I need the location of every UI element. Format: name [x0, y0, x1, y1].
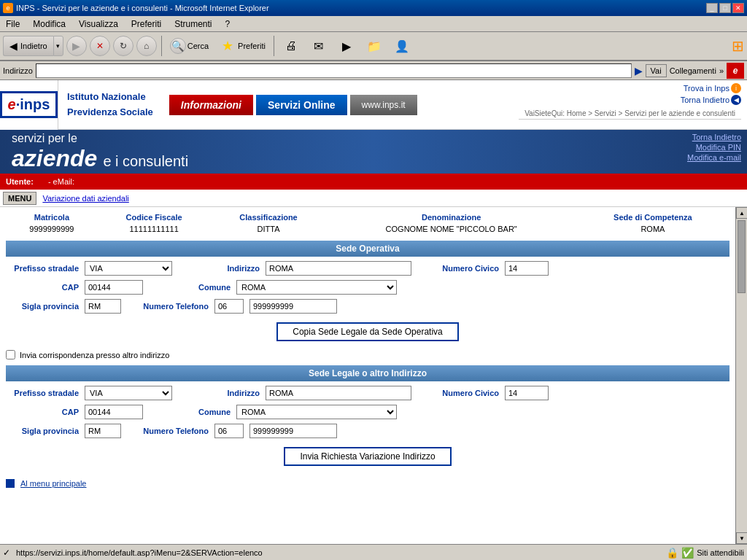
- address-input[interactable]: [36, 63, 632, 78]
- indirizzo-input-leg[interactable]: [266, 386, 411, 400]
- submit-button[interactable]: Invia Richiesta Variazione Indirizzo: [284, 447, 451, 466]
- numero-civico-label-leg: Numero Civico: [426, 389, 499, 397]
- back-circle-icon: ◀: [731, 95, 741, 105]
- minimize-button[interactable]: _: [706, 3, 718, 13]
- numero-civico-input-op[interactable]: [505, 261, 549, 276]
- toolbar: ◀ Indietro ▾ ▶ ✕ ↻ ⌂ 🔍 Cerca ★ Preferiti…: [0, 32, 747, 61]
- windows-logo: ⊞: [732, 37, 744, 55]
- links-dropdown[interactable]: »: [719, 66, 724, 75]
- telefono-input-op[interactable]: [249, 299, 337, 314]
- menu-principale-link[interactable]: Al menu principale: [20, 479, 87, 488]
- search-button[interactable]: 🔍 Cerca: [166, 34, 212, 58]
- go-button[interactable]: Vai: [646, 64, 667, 77]
- home-button[interactable]: ⌂: [136, 36, 157, 56]
- trova-label: Trova in Inps: [684, 84, 729, 93]
- prefisso-tel-input-leg[interactable]: [214, 424, 244, 438]
- stop-button[interactable]: ✕: [90, 36, 110, 56]
- restore-button[interactable]: □: [719, 3, 731, 13]
- service-title-large: aziende: [12, 145, 97, 172]
- val-codice-fiscale: 11111111111: [98, 223, 211, 235]
- submit-btn-row: Invia Richiesta Variazione Indirizzo: [6, 447, 729, 466]
- mail-button[interactable]: ✉: [306, 34, 331, 58]
- corrispondenza-checkbox[interactable]: [6, 350, 15, 359]
- comune-select-leg[interactable]: ROMA: [236, 405, 397, 419]
- sede-leg-row3: Sigla provincia Numero Telefono: [6, 424, 729, 438]
- sigla-input-leg[interactable]: [85, 424, 121, 438]
- breadcrumb-text: VaiSieteQui: Home > Servizi > Servizi pe…: [525, 109, 735, 117]
- sede-operativa-header: Sede Operativa: [6, 241, 729, 257]
- back-button-group[interactable]: ◀ Indietro ▾: [3, 34, 63, 58]
- service-torna-indietro-link[interactable]: Torna Indietro: [692, 133, 741, 141]
- indirizzo-input-op[interactable]: [266, 261, 411, 276]
- folder-button[interactable]: 📁: [362, 34, 387, 58]
- modifica-pin-link[interactable]: Modifica PIN: [696, 143, 741, 152]
- scroll-thumb[interactable]: [738, 220, 746, 293]
- menu-file[interactable]: File: [3, 18, 23, 31]
- prefisso-label-op: Prefisso stradale: [6, 264, 79, 273]
- links-label[interactable]: Collegamenti: [670, 66, 716, 75]
- trova-inps-link[interactable]: Trova in Inps i: [684, 83, 741, 93]
- scroll-track: [736, 295, 747, 532]
- status-icon: ✓: [3, 548, 10, 558]
- zone-label: Siti attendibili: [697, 548, 744, 557]
- menu-strumenti[interactable]: Strumenti: [171, 18, 214, 31]
- indirizzo-label-leg: Indirizzo: [187, 389, 260, 397]
- folder-icon: 📁: [365, 37, 383, 55]
- corrispondenza-label: Invia corrispondenza presso altro indiri…: [20, 351, 169, 359]
- cap-input-op[interactable]: [85, 280, 143, 295]
- torna-indietro-link[interactable]: Torna Indietro ◀: [681, 95, 741, 105]
- informazioni-button[interactable]: Informazioni: [169, 95, 253, 115]
- val-classificazione: DITTA: [210, 223, 326, 235]
- scroll-down-button[interactable]: ▼: [736, 532, 747, 544]
- inps-top-links: Trova in Inps i Torna Indietro ◀ VaiSiet…: [519, 83, 741, 120]
- scroll-up-button[interactable]: ▲: [736, 207, 747, 219]
- menu-visualizza[interactable]: Visualizza: [76, 18, 121, 31]
- numero-civico-input-leg[interactable]: [505, 386, 549, 400]
- service-top-links: Torna Indietro Modifica PIN Modifica e-m…: [687, 133, 741, 162]
- separator-2: [274, 36, 274, 56]
- telefono-input-leg[interactable]: [249, 424, 337, 438]
- col-denominazione: Denominazione: [327, 211, 576, 223]
- prefisso-select-leg[interactable]: VIA: [85, 386, 172, 400]
- torna-label: Torna Indietro: [681, 96, 729, 104]
- copy-button[interactable]: Copia Sede Legale da Sede Operativa: [276, 322, 458, 341]
- refresh-button[interactable]: ↻: [113, 36, 133, 56]
- logo-inps-text: ·inps: [16, 96, 50, 112]
- address-go-arrow[interactable]: ▶: [635, 65, 643, 77]
- sigla-label-leg: Sigla provincia: [6, 427, 79, 435]
- back-dropdown-button[interactable]: ▾: [53, 36, 63, 56]
- menu-help[interactable]: ?: [222, 18, 233, 31]
- inps-header: e·inps Istituto Nazionale Previdenza Soc…: [0, 80, 747, 130]
- messenger-button[interactable]: 👤: [390, 34, 414, 58]
- print-button[interactable]: 🖨: [279, 34, 303, 58]
- logo-e: e: [8, 96, 16, 112]
- favorites-button[interactable]: ★ Preferiti: [215, 34, 269, 58]
- copy-btn-row: Copia Sede Legale da Sede Operativa: [6, 322, 729, 341]
- modifica-email-link[interactable]: Modifica e-mail: [687, 153, 741, 162]
- menu-button[interactable]: MENU: [3, 192, 36, 205]
- telefono-label-op: Numero Telefono: [136, 302, 209, 311]
- sigla-input-op[interactable]: [85, 299, 121, 314]
- www-button[interactable]: www.inps.it: [350, 95, 417, 115]
- back-main-button[interactable]: ◀ Indietro: [3, 36, 53, 56]
- menu-preferiti[interactable]: Preferiti: [128, 18, 164, 31]
- close-button[interactable]: ✕: [732, 3, 744, 13]
- inps-nav-buttons: Informazioni Servizi Online www.inps.it: [169, 95, 417, 115]
- prefisso-tel-input-op[interactable]: [214, 299, 244, 314]
- media-button[interactable]: ▶: [334, 34, 359, 58]
- forward-button[interactable]: ▶: [66, 36, 87, 56]
- cap-input-leg[interactable]: [85, 405, 143, 419]
- address-label: Indirizzo: [3, 66, 33, 75]
- comune-select-op[interactable]: ROMA: [236, 280, 397, 295]
- service-header: servizi per le aziende e i consulenti To…: [0, 130, 747, 174]
- scrollbar-vertical[interactable]: ▲ ▼: [735, 207, 747, 544]
- nav-bar: MENU Variazione dati aziendali: [0, 190, 747, 207]
- menu-modifica[interactable]: Modifica: [30, 18, 69, 31]
- utente-label: Utente:: [6, 177, 34, 186]
- mail-icon: ✉: [310, 37, 328, 55]
- ie-logo-small: e: [727, 63, 744, 79]
- media-icon: ▶: [338, 37, 355, 55]
- prefisso-select-op[interactable]: VIA: [85, 261, 172, 276]
- sigla-label-op: Sigla provincia: [6, 302, 79, 311]
- servizi-online-button[interactable]: Servizi Online: [256, 95, 347, 115]
